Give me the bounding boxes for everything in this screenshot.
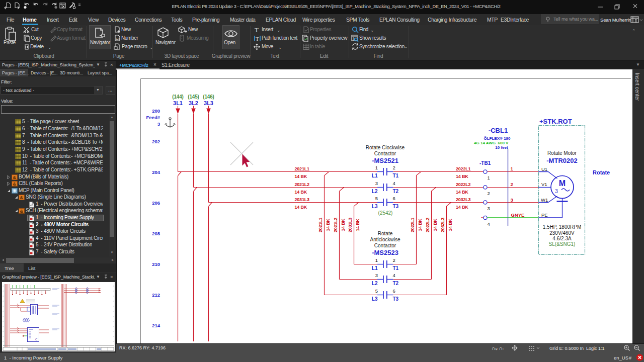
svg-text:2022L2: 2022L2	[425, 218, 430, 233]
svg-text:14 BK: 14 BK	[456, 190, 468, 195]
svg-text:14 BK: 14 BK	[418, 219, 423, 231]
svg-text:L3: L3	[372, 204, 378, 209]
svg-text:2: 2	[393, 257, 395, 263]
svg-text:2: 2	[393, 165, 395, 170]
svg-text:T2: T2	[393, 281, 399, 286]
svg-text:2022L1: 2022L1	[456, 166, 471, 171]
svg-text:L3: L3	[372, 296, 378, 302]
svg-text:L1: L1	[372, 173, 378, 178]
svg-text:+STK.ROT: +STK.ROT	[539, 118, 572, 125]
svg-text:204: 204	[152, 169, 160, 175]
svg-text:Feed#: Feed#	[146, 115, 160, 120]
svg-text:230V/460V: 230V/460V	[549, 230, 575, 236]
svg-text:2032L3: 2032L3	[440, 218, 445, 233]
svg-text:200: 200	[152, 108, 160, 114]
svg-text:214: 214	[152, 323, 160, 328]
svg-text:1: 1	[375, 257, 378, 263]
svg-text:5: 5	[375, 288, 378, 294]
svg-text:Rotate: Rotate	[378, 231, 393, 236]
svg-text:3: 3	[511, 197, 513, 203]
svg-text:6: 6	[393, 196, 395, 201]
svg-text:3L1: 3L1	[173, 100, 183, 106]
svg-text:14 BK: 14 BK	[295, 174, 307, 179]
svg-text:4: 4	[393, 273, 395, 278]
svg-text:2021L1: 2021L1	[318, 218, 323, 233]
svg-text:3: 3	[375, 273, 378, 278]
svg-text:14 BK: 14 BK	[295, 190, 307, 195]
svg-text:2031L3: 2031L3	[348, 218, 353, 233]
svg-text:1: 1	[375, 165, 378, 170]
svg-text:-MS2523: -MS2523	[372, 249, 398, 256]
svg-text:210: 210	[152, 261, 160, 267]
svg-text:&: &	[13, 175, 17, 180]
svg-text:4: 4	[393, 180, 395, 186]
svg-text:4: 4	[488, 221, 490, 227]
svg-text:PE: PE	[541, 212, 548, 218]
svg-text:T2: T2	[393, 189, 399, 194]
svg-text:U1: U1	[541, 166, 547, 172]
svg-text:-CBL1: -CBL1	[489, 127, 508, 134]
svg-text:206: 206	[152, 200, 160, 206]
svg-text:T: T	[256, 36, 259, 42]
svg-text:3: 3	[555, 189, 558, 194]
svg-text:(146): (146)	[203, 94, 214, 100]
svg-text:4.6/2.3A: 4.6/2.3A	[552, 236, 572, 241]
svg-text:T3: T3	[393, 204, 399, 209]
svg-text:202: 202	[152, 139, 160, 144]
svg-text:3: 3	[375, 180, 378, 186]
svg-text:Contactor: Contactor	[374, 243, 396, 248]
svg-text:2021L2: 2021L2	[333, 218, 338, 233]
svg-text:2022L1: 2022L1	[410, 218, 415, 233]
svg-text:T3: T3	[393, 296, 399, 302]
svg-text:Rotate Motor: Rotate Motor	[547, 150, 577, 156]
svg-text:6: 6	[393, 288, 395, 294]
svg-text:(144): (144)	[172, 94, 183, 100]
svg-text:212: 212	[152, 292, 160, 298]
svg-text:14 BK: 14 BK	[341, 219, 346, 231]
svg-text:2021L2: 2021L2	[295, 182, 310, 187]
svg-text:123: 123	[116, 37, 120, 40]
svg-text:1: 1	[488, 175, 490, 180]
svg-text:1: 1	[511, 166, 514, 171]
svg-text:14 BK: 14 BK	[448, 219, 453, 231]
svg-text:T: T	[255, 26, 259, 33]
svg-text:2021L1: 2021L1	[295, 166, 310, 171]
svg-text:T1: T1	[393, 173, 399, 178]
svg-text:&: &	[13, 182, 17, 187]
svg-text:&: &	[20, 195, 24, 200]
svg-text:ÖLFLEX® 190: ÖLFLEX® 190	[484, 136, 511, 141]
svg-text:5: 5	[375, 196, 378, 201]
svg-text:2022L2: 2022L2	[456, 182, 471, 187]
svg-text:3L2: 3L2	[189, 100, 198, 106]
svg-text:3: 3	[488, 206, 490, 211]
svg-text:4G 14 AWG: 4G 14 AWG	[474, 141, 496, 145]
svg-text:2: 2	[511, 182, 513, 187]
svg-text:M: M	[559, 179, 566, 188]
svg-text:14 BK: 14 BK	[355, 219, 360, 231]
svg-text:Contactor: Contactor	[374, 151, 396, 156]
svg-text:(2542): (2542)	[378, 210, 393, 216]
svg-text:2032L3: 2032L3	[456, 197, 471, 202]
svg-text:10 feet: 10 feet	[495, 145, 508, 150]
svg-text:V1: V1	[541, 182, 547, 187]
svg-text:T1: T1	[393, 265, 399, 271]
svg-text:3L3: 3L3	[204, 100, 213, 106]
svg-text:(145): (145)	[188, 94, 199, 100]
svg-text:14 BK: 14 BK	[456, 205, 468, 210]
svg-text:L2: L2	[372, 189, 378, 194]
svg-text:3: 3	[157, 121, 160, 127]
svg-text:-MS2521: -MS2521	[372, 157, 398, 164]
svg-text:2: 2	[488, 191, 490, 196]
svg-text:L2: L2	[372, 281, 378, 286]
svg-text:208: 208	[152, 231, 160, 236]
svg-text:14 BK: 14 BK	[433, 219, 438, 231]
svg-text:Ⅽ: Ⅽ	[35, 338, 37, 341]
svg-text:&: &	[20, 209, 24, 214]
svg-text:-MTR0202: -MTR0202	[546, 157, 577, 164]
svg-text:W1: W1	[541, 197, 548, 203]
svg-text:1.5HP, 1800RPM: 1.5HP, 1800RPM	[543, 224, 582, 230]
svg-text:SL(&SNG1): SL(&SNG1)	[549, 241, 576, 247]
svg-text:600 V: 600 V	[498, 141, 509, 145]
svg-text:GNYE: GNYE	[511, 212, 525, 218]
svg-text:-TB1: -TB1	[479, 160, 491, 166]
